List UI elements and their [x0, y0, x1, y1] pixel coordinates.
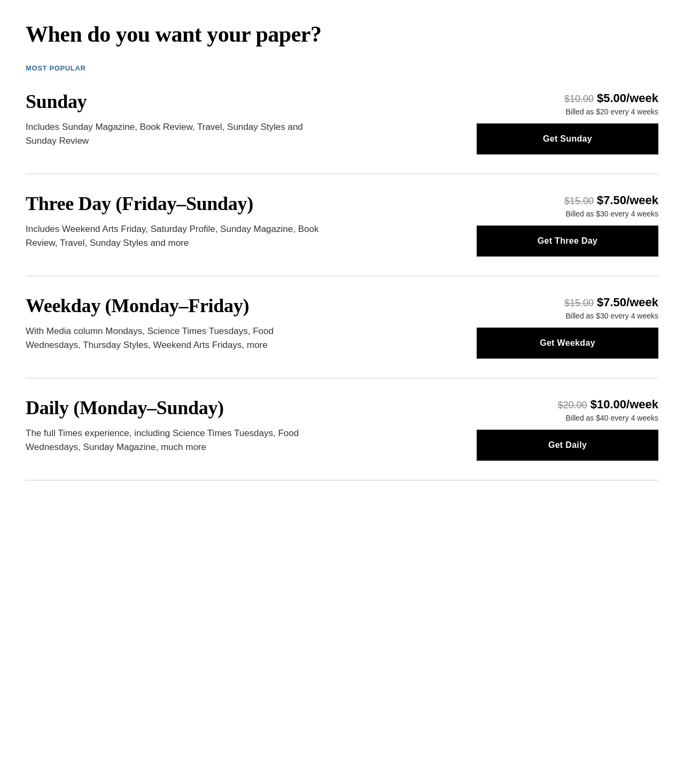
plan-description-daily: The full Times experience, including Sci… — [26, 426, 325, 455]
plan-description-sunday: Includes Sunday Magazine, Book Review, T… — [26, 120, 325, 149]
plan-right-weekday: $15.00$7.50/week Billed as $30 every 4 w… — [477, 296, 658, 359]
plan-item-weekday: Weekday (Monday–Friday) With Media colum… — [26, 276, 658, 378]
plan-right-daily: $20.00$10.00/week Billed as $40 every 4 … — [477, 398, 658, 461]
plan-button-three-day[interactable]: Get Three Day — [477, 226, 658, 257]
plan-pricing-three-day: $15.00$7.50/week Billed as $30 every 4 w… — [564, 193, 658, 218]
plan-button-sunday[interactable]: Get Sunday — [477, 123, 658, 154]
plan-pricing-sunday: $10.00$5.00/week Billed as $20 every 4 w… — [564, 91, 658, 116]
plan-right-three-day: $15.00$7.50/week Billed as $30 every 4 w… — [477, 193, 658, 257]
plan-name-daily: Daily (Monday–Sunday) — [26, 398, 325, 419]
plan-billing-sunday: Billed as $20 every 4 weeks — [564, 107, 658, 116]
plan-original-price-daily: $20.00 — [558, 400, 587, 410]
plan-billing-daily: Billed as $40 every 4 weeks — [558, 414, 658, 422]
plan-item-daily: Daily (Monday–Sunday) The full Times exp… — [26, 378, 658, 480]
plan-original-price-three-day: $15.00 — [564, 196, 594, 206]
plan-list: Sunday Includes Sunday Magazine, Book Re… — [26, 83, 658, 480]
plan-button-weekday[interactable]: Get Weekday — [477, 328, 658, 359]
plan-left-daily: Daily (Monday–Sunday) The full Times exp… — [26, 398, 357, 454]
plan-left-weekday: Weekday (Monday–Friday) With Media colum… — [26, 296, 357, 352]
plan-original-price-weekday: $15.00 — [564, 298, 594, 308]
plan-item-sunday: Sunday Includes Sunday Magazine, Book Re… — [26, 83, 658, 174]
plan-original-price-sunday: $10.00 — [564, 94, 594, 104]
plan-current-price-three-day: $7.50/week — [597, 193, 658, 207]
plan-pricing-weekday: $15.00$7.50/week Billed as $30 every 4 w… — [564, 296, 658, 320]
plan-name-three-day: Three Day (Friday–Sunday) — [26, 193, 325, 215]
plan-item-three-day: Three Day (Friday–Sunday) Includes Weeke… — [26, 174, 658, 276]
plan-description-three-day: Includes Weekend Arts Friday, Saturday P… — [26, 222, 325, 251]
most-popular-badge: MOST POPULAR — [26, 64, 658, 72]
plan-name-sunday: Sunday — [26, 91, 325, 113]
page-title: When do you want your paper? — [26, 21, 658, 47]
plan-name-weekday: Weekday (Monday–Friday) — [26, 296, 325, 317]
plan-billing-three-day: Billed as $30 every 4 weeks — [564, 209, 658, 218]
plan-right-sunday: $10.00$5.00/week Billed as $20 every 4 w… — [477, 91, 658, 154]
plan-billing-weekday: Billed as $30 every 4 weeks — [564, 312, 658, 320]
plan-current-price-weekday: $7.50/week — [597, 296, 658, 309]
plan-left-three-day: Three Day (Friday–Sunday) Includes Weeke… — [26, 193, 357, 250]
plan-description-weekday: With Media column Mondays, Science Times… — [26, 324, 325, 353]
plan-pricing-daily: $20.00$10.00/week Billed as $40 every 4 … — [558, 398, 658, 422]
plan-current-price-daily: $10.00/week — [590, 398, 658, 411]
plan-left-sunday: Sunday Includes Sunday Magazine, Book Re… — [26, 91, 357, 148]
plan-current-price-sunday: $5.00/week — [597, 91, 658, 105]
plan-button-daily[interactable]: Get Daily — [477, 430, 658, 461]
